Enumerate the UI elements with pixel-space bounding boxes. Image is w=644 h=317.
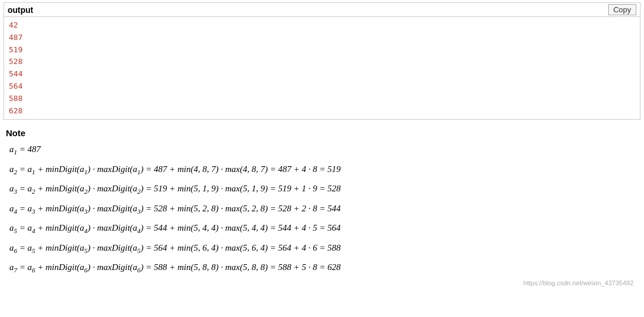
output-section: output Copy 42 487 519 528 544 564 588 6… [4, 2, 640, 120]
output-line: 528 [9, 56, 635, 68]
copy-button[interactable]: Copy [608, 4, 636, 15]
output-line: 487 [9, 32, 635, 44]
equation-2: a2 = a1 + minDigit(a1) · maxDigit(a1) = … [9, 160, 635, 179]
note-section: Note a1 = 487 a2 = a1 + minDigit(a1) · m… [0, 124, 644, 295]
output-title: output [8, 5, 33, 15]
output-line: 544 [9, 68, 635, 80]
equation-5: a5 = a4 + minDigit(a4) · maxDigit(a4) = … [9, 219, 635, 238]
equation-3: a3 = a2 + minDigit(a2) · maxDigit(a2) = … [9, 180, 635, 198]
equation-6: a6 = a5 + minDigit(a5) · maxDigit(a5) = … [9, 239, 635, 258]
equation-4: a4 = a3 + minDigit(a3) · maxDigit(a3) = … [9, 200, 635, 218]
output-line: 519 [9, 44, 635, 56]
output-line: 564 [9, 80, 635, 93]
output-line: 42 [9, 19, 635, 32]
equation-1: a1 = 487 [9, 140, 635, 159]
output-line: 588 [9, 93, 635, 105]
equation-7: a7 = a6 + minDigit(a6) · maxDigit(a6) = … [9, 258, 635, 277]
equations-container: a1 = 487 a2 = a1 + minDigit(a1) · maxDig… [6, 140, 638, 277]
output-content: 42 487 519 528 544 564 588 628 [4, 16, 640, 119]
watermark: https://blog.csdn.net/weixin_43735492 [6, 278, 638, 289]
output-header: output Copy [4, 3, 640, 16]
note-title: Note [6, 128, 638, 138]
output-line: 628 [9, 105, 635, 117]
